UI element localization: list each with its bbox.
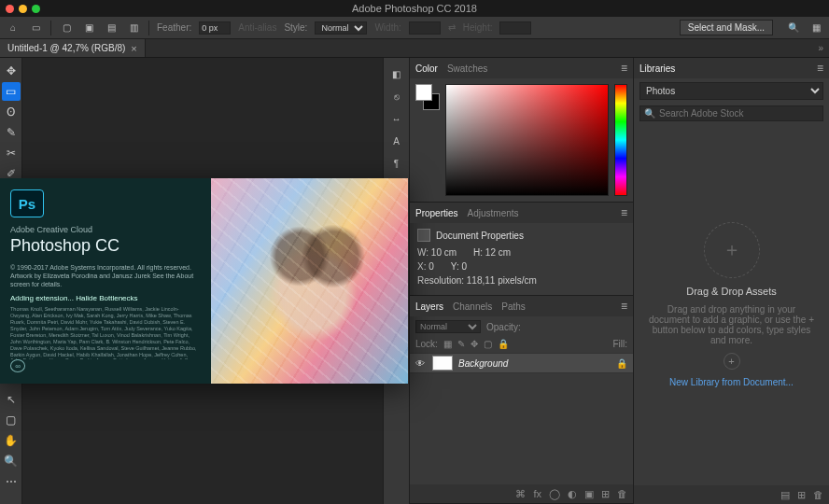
tab-properties[interactable]: Properties xyxy=(415,208,458,218)
prop-h-value[interactable]: 12 cm xyxy=(485,247,511,258)
selection-subtract-icon[interactable]: ▤ xyxy=(104,21,119,35)
hue-slider[interactable] xyxy=(614,84,627,196)
collapsed-panel-icon-1[interactable]: ⎋ xyxy=(388,88,405,105)
shape-tool[interactable]: ▢ xyxy=(2,411,21,429)
right-panel-group: Color Swatches ≡ Properties Adjustments … xyxy=(409,58,633,504)
delete-layer-icon[interactable]: 🗑 xyxy=(617,488,627,499)
width-label: Width: xyxy=(374,22,400,33)
layer-visibility-icon[interactable]: 👁 xyxy=(415,358,427,369)
selection-intersect-icon[interactable]: ▥ xyxy=(126,21,141,35)
prop-h-label: H: xyxy=(473,247,483,258)
minimize-window-icon[interactable] xyxy=(19,5,27,13)
collapsed-panel-icon-3[interactable]: A xyxy=(388,133,405,149)
feather-input[interactable] xyxy=(199,21,231,35)
splash-screen: Ps Adobe Creative Cloud Photoshop CC © 1… xyxy=(0,178,408,384)
library-view-icon[interactable]: ▤ xyxy=(780,489,790,501)
tab-layers[interactable]: Layers xyxy=(415,301,443,312)
prop-y-value[interactable]: 0 xyxy=(461,261,467,272)
library-search[interactable]: 🔍 xyxy=(639,105,823,121)
link-layers-icon[interactable]: ⌘ xyxy=(515,488,526,500)
layer-group-icon[interactable]: ▣ xyxy=(584,488,594,500)
tab-swatches[interactable]: Swatches xyxy=(447,63,487,74)
search-icon[interactable]: 🔍 xyxy=(786,21,801,35)
hand-tool[interactable]: ✋ xyxy=(2,431,21,450)
prop-x-value[interactable]: 0 xyxy=(429,261,434,272)
lock-pixels-icon[interactable]: ✎ xyxy=(457,339,465,349)
collapsed-panel-icon-0[interactable]: ◧ xyxy=(388,65,405,82)
lock-all-icon[interactable]: 🔒 xyxy=(498,339,509,349)
path-tool[interactable]: ↖ xyxy=(2,390,21,409)
layer-name[interactable]: Background xyxy=(458,358,611,369)
layer-mask-icon[interactable]: ◯ xyxy=(549,488,560,500)
feather-label: Feather: xyxy=(157,22,191,33)
library-select[interactable]: Photos xyxy=(639,82,823,100)
selection-add-icon[interactable]: ▣ xyxy=(81,21,96,35)
workspace-switcher-icon[interactable]: ▦ xyxy=(808,21,823,35)
panel-menu-icon[interactable]: ≡ xyxy=(621,300,627,313)
options-bar: ⌂ ▭ ▢ ▣ ▤ ▥ Feather: Anti-alias Style: N… xyxy=(0,17,829,39)
layer-thumbnail[interactable] xyxy=(432,356,453,371)
new-layer-icon[interactable]: ⊞ xyxy=(601,488,610,500)
collapsed-panel-icon-2[interactable]: ↔ xyxy=(388,110,405,127)
drop-target-icon[interactable]: ＋ xyxy=(704,222,760,278)
quick-select-tool[interactable]: ✎ xyxy=(2,123,21,142)
blend-mode-select[interactable]: Normal xyxy=(415,320,481,333)
library-add-icon[interactable]: ⊞ xyxy=(797,489,806,501)
expand-tabs-icon[interactable]: » xyxy=(818,43,823,53)
move-tool[interactable]: ✥ xyxy=(2,62,21,80)
zoom-tool[interactable]: 🔍 xyxy=(2,452,21,470)
panel-menu-icon[interactable]: ≡ xyxy=(817,62,823,75)
splash-loading-text: Adding extension... Halide Bottlenecks xyxy=(10,294,198,302)
tab-paths[interactable]: Paths xyxy=(501,301,526,312)
document-tab[interactable]: Untitled-1 @ 42,7% (RGB/8) × xyxy=(0,39,146,57)
style-select[interactable]: Normal xyxy=(315,21,367,35)
tab-channels[interactable]: Channels xyxy=(453,301,492,312)
splash-product-name: Photoshop CC xyxy=(10,236,198,256)
adjustment-layer-icon[interactable]: ◐ xyxy=(568,488,577,500)
lock-position-icon[interactable]: ✥ xyxy=(471,339,478,349)
fill-label: Fill: xyxy=(612,339,627,349)
tab-libraries[interactable]: Libraries xyxy=(639,63,675,74)
edit-toolbar[interactable]: ⋯ xyxy=(2,472,21,491)
properties-heading: Document Properties xyxy=(436,231,524,241)
lock-transparency-icon[interactable]: ▦ xyxy=(443,339,452,349)
height-label: Height: xyxy=(463,22,493,33)
crop-tool[interactable]: ✂ xyxy=(2,144,21,162)
document-icon xyxy=(417,229,430,242)
lasso-tool[interactable]: ʘ xyxy=(2,103,21,121)
layer-row[interactable]: 👁 Background 🔒 xyxy=(410,353,633,373)
selection-new-icon[interactable]: ▢ xyxy=(59,21,74,35)
prop-y-label: Y: xyxy=(451,261,459,272)
fg-bg-swatch[interactable] xyxy=(415,84,440,196)
prop-res-value[interactable]: 118,11 pixels/cm xyxy=(467,275,537,286)
panel-menu-icon[interactable]: ≡ xyxy=(621,62,627,75)
layers-panel: Layers Channels Paths ≡ Normal Opacity: … xyxy=(410,296,633,504)
home-icon[interactable]: ⌂ xyxy=(6,21,21,35)
panel-menu-icon[interactable]: ≡ xyxy=(621,206,627,219)
prop-w-value[interactable]: 10 cm xyxy=(431,247,457,258)
new-library-link[interactable]: New Library from Document... xyxy=(669,377,794,387)
close-tab-icon[interactable]: × xyxy=(131,43,136,54)
library-delete-icon[interactable]: 🗑 xyxy=(813,489,823,500)
canvas-area[interactable]: Ps Adobe Creative Cloud Photoshop CC © 1… xyxy=(22,58,383,504)
tab-adjustments[interactable]: Adjustments xyxy=(468,208,519,218)
marquee-tool[interactable]: ▭ xyxy=(2,82,21,101)
libraries-drop-title: Drag & Drop Assets xyxy=(686,286,777,297)
tab-color[interactable]: Color xyxy=(415,63,438,74)
layer-lock-icon[interactable]: 🔒 xyxy=(616,358,627,369)
lock-artboard-icon[interactable]: ▢ xyxy=(484,339,492,349)
layer-fx-icon[interactable]: fx xyxy=(533,488,541,499)
document-tabstrip: Untitled-1 @ 42,7% (RGB/8) × » xyxy=(0,39,829,58)
tool-preset-icon[interactable]: ▭ xyxy=(28,21,43,35)
collapsed-panel-icon-4[interactable]: ¶ xyxy=(388,155,405,172)
add-asset-icon[interactable]: + xyxy=(724,353,740,370)
foreground-color[interactable] xyxy=(415,84,432,101)
app-title: Adobe Photoshop CC 2018 xyxy=(352,3,477,14)
library-search-input[interactable] xyxy=(659,108,819,119)
select-and-mask-button[interactable]: Select and Mask... xyxy=(680,20,773,35)
color-field[interactable] xyxy=(445,84,609,196)
maximize-window-icon[interactable] xyxy=(32,5,40,13)
close-window-icon[interactable] xyxy=(6,5,14,13)
splash-artwork xyxy=(211,178,408,384)
antialias-label: Anti-alias xyxy=(238,22,276,33)
